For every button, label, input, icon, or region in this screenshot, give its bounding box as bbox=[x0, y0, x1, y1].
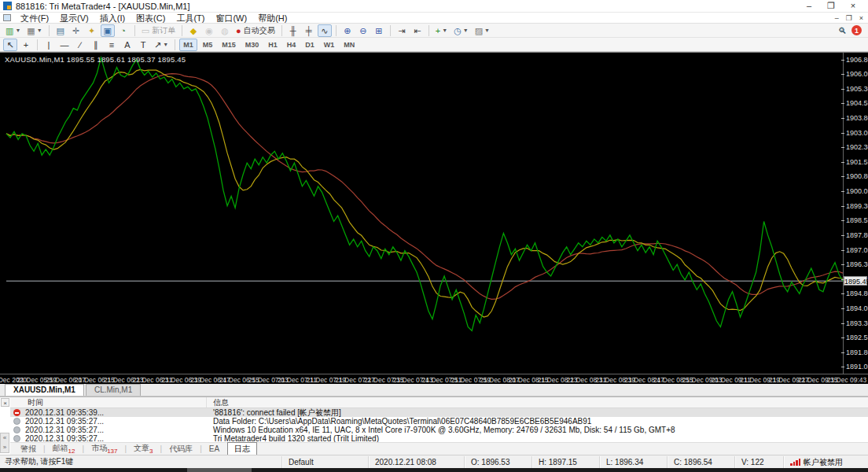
time-axis-separator bbox=[0, 374, 868, 374]
strategy-tester-button[interactable]: ◔ bbox=[116, 24, 131, 37]
terminal-col-time[interactable]: 时间 bbox=[10, 397, 207, 407]
menu-item-4[interactable]: 工具(T) bbox=[171, 13, 210, 24]
timeframe-mn-button[interactable]: MN bbox=[340, 39, 359, 51]
timeframe-d1-button[interactable]: D1 bbox=[301, 39, 318, 51]
journal-row[interactable]: 2020.12.31 09:35:27...Data Folder: C:\Us… bbox=[10, 417, 868, 426]
terminal-tab-2[interactable]: 市场137 bbox=[85, 442, 123, 455]
zoom-in-button[interactable]: ⊕ bbox=[340, 24, 355, 37]
timeframe-m30-button[interactable]: M30 bbox=[241, 39, 263, 51]
status-connection[interactable]: 帐户被禁用 bbox=[783, 456, 868, 468]
toolbar-separator bbox=[336, 25, 337, 36]
close-button[interactable]: × bbox=[848, 1, 859, 11]
mdi-restore-button[interactable]: ❐ bbox=[846, 14, 852, 22]
timeframe-m5-button[interactable]: M5 bbox=[199, 39, 217, 51]
terminal-tab-badge: 12 bbox=[68, 448, 75, 455]
line-chart-icon: ∿ bbox=[321, 24, 328, 37]
chart-tab-strip: XAUUSD.Min,M1CL.Min,M1 bbox=[0, 384, 868, 396]
market-watch-button[interactable]: ▤ bbox=[53, 24, 68, 37]
new-order-button[interactable]: ▭新订单 bbox=[139, 24, 178, 37]
navigator-button[interactable]: ✦ bbox=[85, 24, 99, 37]
timeframe-h4-button[interactable]: H4 bbox=[283, 39, 300, 51]
menu-item-0[interactable]: 文件(F) bbox=[15, 13, 54, 24]
terminal-tab-4[interactable]: 代码库 bbox=[163, 443, 199, 455]
mql5-community-button[interactable]: ◉ bbox=[202, 24, 216, 37]
auto-scroll-button[interactable]: ⇤ bbox=[410, 24, 425, 37]
price-chart[interactable] bbox=[0, 53, 868, 385]
templates-button[interactable]: ▨▼ bbox=[473, 24, 492, 37]
terminal-tab-3[interactable]: 文章3 bbox=[127, 442, 159, 455]
channel-button[interactable]: ∥ bbox=[89, 39, 103, 51]
line-chart-button[interactable]: ∿ bbox=[318, 24, 332, 37]
fibonacci-button[interactable]: ≡ bbox=[105, 39, 119, 51]
bar-chart-button[interactable]: ╫ bbox=[286, 24, 300, 37]
mdi-minimize-button[interactable]: – bbox=[835, 14, 839, 22]
current-price-badge: 1895.45 bbox=[844, 276, 867, 286]
terminal-button[interactable]: ▣ bbox=[101, 24, 115, 37]
periods-button[interactable]: ◷▼ bbox=[451, 24, 471, 37]
cursor-icon: ↖ bbox=[6, 39, 13, 51]
trendline-button[interactable]: ∕ bbox=[73, 39, 87, 51]
info-icon bbox=[13, 418, 20, 425]
journal-row[interactable]: 2020.12.31 09:35:39...'881816': connect … bbox=[10, 408, 868, 417]
menu-item-3[interactable]: 图表(C) bbox=[131, 13, 171, 24]
chart-shift-icon: ⇥ bbox=[398, 24, 405, 37]
zoom-out-button[interactable]: ⊖ bbox=[356, 24, 370, 37]
text-label-button[interactable]: T bbox=[136, 39, 150, 51]
menu-item-1[interactable]: 显示(V) bbox=[54, 13, 94, 24]
price-axis-tick bbox=[841, 60, 844, 61]
new-order-button-label: 新订单 bbox=[152, 25, 175, 36]
notification-badge[interactable]: 1 bbox=[851, 25, 862, 35]
price-axis-label: 1901.55 bbox=[846, 158, 866, 166]
notifications-button[interactable]: ◍ bbox=[218, 24, 232, 37]
chart-shift-button[interactable]: ⇥ bbox=[395, 24, 409, 37]
candlestick-chart-button[interactable]: ╪ bbox=[302, 24, 316, 37]
autotrading-button[interactable]: ●自动交易 bbox=[234, 24, 278, 37]
terminal-tab-6[interactable]: 日志 bbox=[227, 442, 257, 456]
menu-item-6[interactable]: 帮助(H) bbox=[252, 13, 292, 24]
main-toolbar: ▥▼▦▼▤✛✦▣◔▭新订单◆◉◍●自动交易╫╪∿⊕⊖⊞⇥⇤+▼◷▼▨▼ 🔍︎ 1 bbox=[0, 24, 868, 38]
timeframe-w1-button[interactable]: W1 bbox=[320, 39, 339, 51]
text-button[interactable]: A bbox=[120, 39, 134, 51]
chart-quote-line: XAUUSD.Min,M1 1895.55 1895.61 1895.37 18… bbox=[5, 55, 186, 64]
terminal-col-message[interactable]: 信息 bbox=[207, 397, 868, 407]
timeframe-m1-button[interactable]: M1 bbox=[179, 39, 197, 51]
new-chart-button[interactable]: ▥▼ bbox=[3, 24, 23, 37]
search-icon[interactable]: 🔍︎ bbox=[838, 26, 847, 35]
minimize-button[interactable]: – bbox=[804, 1, 815, 11]
horizontal-line-button[interactable]: — bbox=[57, 39, 72, 51]
status-profile[interactable]: Default bbox=[281, 456, 368, 468]
chart-window[interactable]: XAUUSD.Min,M1 1895.55 1895.61 1895.37 18… bbox=[0, 52, 868, 384]
terminal-tab-0[interactable]: 警报 bbox=[14, 443, 42, 455]
price-axis-tick bbox=[841, 250, 844, 251]
horizontal-line-icon: — bbox=[61, 39, 69, 51]
terminal-tab-5[interactable]: EA bbox=[203, 444, 226, 454]
price-axis-label: 1904.55 bbox=[846, 99, 866, 107]
tile-windows-icon: ⊞ bbox=[375, 24, 382, 37]
chart-tab-xauusd[interactable]: XAUUSD.Min,M1 bbox=[5, 384, 84, 396]
vertical-line-button[interactable]: | bbox=[42, 39, 56, 51]
terminal-tab-label: 警报 bbox=[20, 444, 36, 453]
chart-tab-cl[interactable]: CL.Min,M1 bbox=[86, 384, 141, 396]
timeframe-m15-button[interactable]: M15 bbox=[218, 39, 240, 51]
metaeditor-button[interactable]: ◆ bbox=[186, 24, 200, 37]
menu-item-5[interactable]: 窗口(W) bbox=[210, 13, 252, 24]
info-icon bbox=[13, 435, 20, 442]
indicators-button[interactable]: +▼ bbox=[433, 24, 450, 37]
terminal-close-icon[interactable]: × bbox=[1, 398, 9, 407]
data-window-button[interactable]: ✛ bbox=[69, 24, 83, 37]
profiles-button[interactable]: ▦▼ bbox=[24, 24, 44, 37]
crosshair-button[interactable]: + bbox=[19, 39, 33, 51]
timeframe-h1-button[interactable]: H1 bbox=[264, 39, 281, 51]
text-label-icon: T bbox=[141, 39, 146, 51]
time-axis-label: 21 Dec 09:43 bbox=[827, 376, 867, 384]
tile-windows-button[interactable]: ⊞ bbox=[372, 24, 386, 37]
autotrading-button-label: 自动交易 bbox=[244, 25, 275, 36]
terminal-collapse-button[interactable]: «» bbox=[0, 433, 9, 453]
restore-button[interactable]: ❐ bbox=[826, 1, 837, 11]
cursor-button[interactable]: ↖ bbox=[3, 39, 17, 51]
mdi-close-button[interactable]: × bbox=[859, 14, 863, 22]
menu-item-2[interactable]: 插入(I) bbox=[94, 13, 131, 24]
terminal-tab-1[interactable]: 邮箱12 bbox=[46, 442, 82, 455]
journal-row[interactable]: 2020.12.31 09:35:27...Windows 10 Educati… bbox=[10, 426, 868, 434]
arrows-button[interactable]: ↗▼ bbox=[152, 39, 171, 51]
